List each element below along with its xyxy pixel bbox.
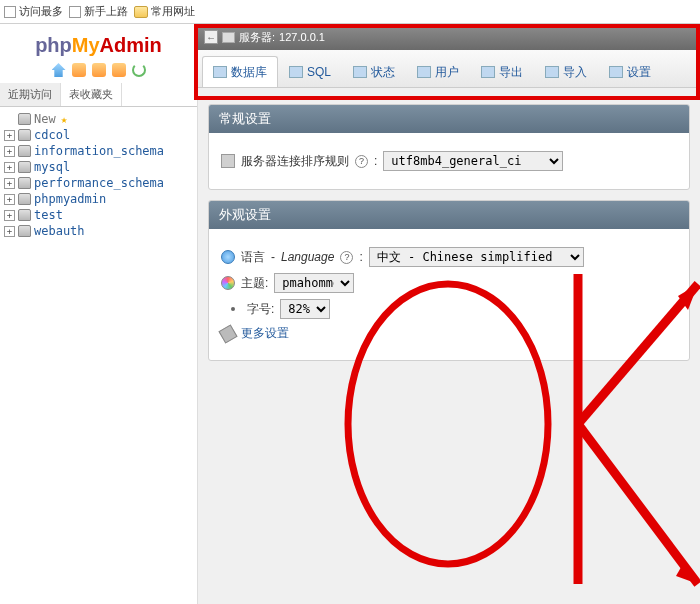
server-ip: 127.0.0.1 [279,31,325,43]
collation-row: 服务器连接排序规则 ?: utf8mb4_general_ci [221,151,677,171]
toolbar-icons [0,61,197,83]
exit-icon[interactable] [72,63,86,77]
collation-icon [221,154,235,168]
export-icon [481,66,495,78]
tree-item[interactable]: +test [0,207,197,223]
language-row: 语言 - Language ?: 中文 - Chinese simplified [221,247,677,267]
db-icon [18,113,31,125]
tab-sql[interactable]: SQL [278,56,342,87]
expand-icon[interactable]: + [4,226,15,237]
tab-export[interactable]: 导出 [470,56,534,87]
db-icon [18,193,31,205]
panel-title: 常规设置 [209,105,689,133]
db-icon [18,129,31,141]
server-bar: ← 服务器: 127.0.0.1 [198,24,700,50]
theme-select[interactable]: pmahomme [274,273,354,293]
gear-icon [609,66,623,78]
panel-title: 外观设置 [209,201,689,229]
tab-users[interactable]: 用户 [406,56,470,87]
server-label: 服务器: [239,30,275,45]
main-panel: ← 服务器: 127.0.0.1 数据库 SQL 状态 用户 导出 导入 设置 … [198,24,700,604]
tree-item[interactable]: +cdcol [0,127,197,143]
db-icon [18,161,31,173]
wrench-icon [218,324,237,343]
db-icon [18,177,31,189]
collation-label: 服务器连接排序规则 [241,153,349,170]
import-icon [545,66,559,78]
tab-import[interactable]: 导入 [534,56,598,87]
db-icon [18,225,31,237]
folder-icon [134,6,148,18]
tree-item[interactable]: +information_schema [0,143,197,159]
home-icon[interactable] [52,63,66,77]
db-icon [18,209,31,221]
bookmark-newbie[interactable]: 新手上路 [69,4,128,19]
logo: phpMyAdmin [0,24,197,61]
docs-icon[interactable] [112,63,126,77]
tree-item[interactable]: +phpmyadmin [0,191,197,207]
tab-recent[interactable]: 近期访问 [0,83,61,106]
bookmark-bar: 访问最多 新手上路 常用网址 [0,0,700,24]
help-icon[interactable]: ? [340,251,353,264]
tree-new[interactable]: New★ [0,111,197,127]
collation-select[interactable]: utf8mb4_general_ci [383,151,563,171]
theme-row: 主题: pmahomme [221,273,677,293]
sidebar: phpMyAdmin 近期访问 表收藏夹 New★ +cdcol +inform… [0,24,198,604]
server-icon [222,32,235,43]
panel-appearance: 外观设置 语言 - Language ?: 中文 - Chinese simpl… [208,200,690,361]
globe-icon [221,250,235,264]
svg-line-4 [578,424,698,584]
page-icon [4,6,16,18]
expand-icon[interactable]: + [4,210,15,221]
db-icon [213,66,227,78]
db-icon [18,145,31,157]
tab-databases[interactable]: 数据库 [202,56,278,87]
sql-icon[interactable] [92,63,106,77]
sql-icon [289,66,303,78]
language-select[interactable]: 中文 - Chinese simplified [369,247,584,267]
palette-icon [221,276,235,290]
panel-general: 常规设置 服务器连接排序规则 ?: utf8mb4_general_ci [208,104,690,190]
status-icon [353,66,367,78]
svg-marker-5 [676,562,698,584]
users-icon [417,66,431,78]
tree-item[interactable]: +mysql [0,159,197,175]
tree-item[interactable]: +webauth [0,223,197,239]
bookmark-common[interactable]: 常用网址 [134,4,195,19]
tab-status[interactable]: 状态 [342,56,406,87]
help-icon[interactable]: ? [355,155,368,168]
bullet-icon [231,307,235,311]
font-select[interactable]: 82% [280,299,330,319]
more-settings-row[interactable]: 更多设置 [221,325,677,342]
bookmark-most-visited[interactable]: 访问最多 [4,4,63,19]
expand-icon[interactable]: + [4,178,15,189]
tab-settings[interactable]: 设置 [598,56,662,87]
fontsize-row: 字号: 82% [221,299,677,319]
db-tree: New★ +cdcol +information_schema +mysql +… [0,107,197,243]
back-button[interactable]: ← [204,30,218,44]
star-icon: ★ [61,113,68,126]
more-settings-link[interactable]: 更多设置 [241,325,289,342]
expand-icon[interactable]: + [4,194,15,205]
page-icon [69,6,81,18]
expand-icon[interactable]: + [4,146,15,157]
expand-icon[interactable]: + [4,130,15,141]
nav-tabs: 数据库 SQL 状态 用户 导出 导入 设置 [198,50,700,88]
refresh-icon[interactable] [132,63,146,77]
tab-favorites[interactable]: 表收藏夹 [61,83,122,106]
sidebar-tabs: 近期访问 表收藏夹 [0,83,197,107]
tree-item[interactable]: +performance_schema [0,175,197,191]
expand-icon[interactable]: + [4,162,15,173]
